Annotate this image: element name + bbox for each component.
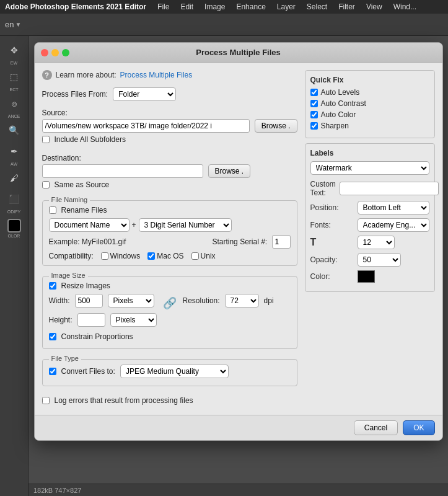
- wh-inputs: Width: Pixels Percent Inches cm: [49, 294, 157, 329]
- height-unit-select[interactable]: Pixels Percent Inches cm: [110, 313, 157, 327]
- process-multiple-files-dialog: Process Multiple Files ? Learn more abou…: [34, 42, 443, 441]
- serial-number-select[interactable]: 3 Digit Serial Number 1 Digit Serial Num…: [139, 218, 232, 232]
- rename-files-checkbox[interactable]: [49, 206, 56, 214]
- dialog-left-column: ? Learn more about: Process Multiple Fil…: [42, 70, 297, 407]
- auto-levels-label: Auto Levels: [321, 88, 360, 97]
- tool-brush[interactable]: 🖌: [5, 169, 24, 187]
- file-type-group: File Type Convert Files to: JPEG Medium …: [42, 359, 297, 386]
- tool-draw-label: AW: [11, 162, 17, 166]
- starting-serial-input[interactable]: [272, 235, 291, 249]
- menu-edit[interactable]: Edit: [175, 0, 198, 14]
- unix-checkbox[interactable]: [191, 252, 199, 260]
- width-unit-select[interactable]: Pixels Percent Inches cm: [108, 294, 154, 308]
- help-row: ? Learn more about: Process Multiple Fil…: [42, 70, 297, 80]
- auto-levels-item: Auto Levels: [310, 88, 429, 97]
- quick-fix-title: Quick Fix: [310, 76, 429, 84]
- maximize-button[interactable]: [62, 49, 69, 56]
- tool-modify-label: ODIFY: [7, 210, 20, 214]
- opacity-row: Opacity: 25 50 75 100: [310, 253, 429, 267]
- minimize-button[interactable]: [51, 49, 59, 56]
- watermark-select[interactable]: Watermark None Copyright: [310, 161, 429, 175]
- resize-images-label: Resize Images: [61, 281, 110, 290]
- log-errors-row: Log errors that result from processing f…: [42, 396, 297, 405]
- tool-zoom[interactable]: 🔍: [5, 121, 24, 140]
- resolution-unit-label: dpi: [264, 296, 274, 305]
- convert-files-select[interactable]: JPEG Medium Quality JPEG Low Quality JPE…: [120, 365, 229, 378]
- color-swatch[interactable]: [358, 270, 375, 283]
- sharpen-label: Sharpen: [321, 122, 349, 130]
- source-section: Source: Browse . Include All Subfolders: [42, 108, 297, 146]
- naming-dropdowns-row: Document Name filename FILENAME + 3 Digi…: [49, 218, 291, 232]
- constrain-row: Constrain Proportions: [49, 332, 291, 341]
- source-browse-button[interactable]: Browse .: [255, 119, 297, 133]
- dialog-title: Process Multiple Files: [196, 48, 281, 57]
- menu-layer[interactable]: Layer: [272, 0, 301, 14]
- doc-name-select[interactable]: Document Name filename FILENAME: [49, 218, 130, 232]
- destination-browse-button[interactable]: Browse .: [208, 164, 251, 178]
- windows-option: Windows: [101, 252, 141, 260]
- tool-lasso[interactable]: ⌾: [5, 94, 24, 113]
- source-input[interactable]: [42, 119, 250, 133]
- help-link[interactable]: Process Multiple Files: [120, 71, 193, 79]
- menu-enhance[interactable]: Enhance: [231, 0, 270, 14]
- constrain-proportions-checkbox[interactable]: [49, 333, 56, 340]
- include-subfolders-checkbox[interactable]: [42, 136, 50, 143]
- convert-files-checkbox[interactable]: [49, 368, 56, 375]
- macos-option: Mac OS: [147, 252, 183, 260]
- resize-images-checkbox[interactable]: [49, 282, 56, 290]
- constrain-label: Constrain Proportions: [61, 332, 133, 341]
- log-errors-checkbox[interactable]: [42, 397, 50, 404]
- fonts-select[interactable]: Academy Eng... Arial Helvetica: [358, 218, 429, 232]
- resolution-label: Resolution:: [183, 296, 220, 305]
- ok-button[interactable]: OK: [403, 420, 434, 435]
- link-proportions-icon[interactable]: 🔗: [163, 294, 177, 310]
- process-files-from-select[interactable]: Folder Files Opened Files Import: [113, 87, 176, 101]
- height-input[interactable]: [77, 313, 105, 327]
- help-icon[interactable]: ?: [42, 70, 52, 80]
- windows-checkbox[interactable]: [101, 252, 108, 260]
- position-select[interactable]: Bottom Left Bottom Right Top Left Top Ri…: [358, 201, 429, 215]
- menu-filter[interactable]: Filter: [333, 0, 360, 14]
- tool-eyedropper[interactable]: ✒: [5, 142, 24, 161]
- labels-section: Labels Watermark None Copyright Custom T…: [305, 143, 435, 292]
- macos-checkbox[interactable]: [147, 252, 155, 260]
- unix-option: Unix: [191, 252, 216, 260]
- sharpen-checkbox[interactable]: [310, 122, 318, 130]
- menu-image[interactable]: Image: [200, 0, 230, 14]
- same-as-source-row: Same as Source: [42, 180, 297, 189]
- same-as-source-checkbox[interactable]: [42, 181, 50, 188]
- main-area: Process Multiple Files ? Learn more abou…: [29, 36, 448, 484]
- auto-levels-checkbox[interactable]: [310, 89, 318, 96]
- menu-file[interactable]: File: [152, 0, 174, 14]
- tool-stamp[interactable]: ⬛: [5, 190, 24, 208]
- same-as-source-label: Same as Source: [55, 180, 110, 189]
- opacity-select[interactable]: 25 50 75 100: [358, 253, 401, 267]
- cancel-button[interactable]: Cancel: [354, 420, 398, 435]
- color-row: Color:: [310, 270, 429, 283]
- opacity-label: Opacity:: [310, 255, 354, 264]
- close-button[interactable]: [41, 49, 48, 56]
- auto-contrast-checkbox[interactable]: [310, 100, 318, 107]
- labels-title: Labels: [310, 149, 429, 157]
- menu-view[interactable]: View: [361, 0, 387, 14]
- convert-files-label: Convert Files to:: [61, 367, 115, 376]
- traffic-lights: [41, 49, 69, 56]
- tool-move[interactable]: ✥: [5, 41, 24, 60]
- fonts-row: Fonts: Academy Eng... Arial Helvetica: [310, 218, 429, 232]
- destination-input[interactable]: [42, 164, 203, 178]
- width-input[interactable]: [75, 294, 103, 308]
- dialog-title-bar: Process Multiple Files: [35, 43, 442, 63]
- toolbar-mode-dropdown[interactable]: ▼: [15, 21, 21, 28]
- auto-color-checkbox[interactable]: [310, 111, 318, 118]
- font-size-select[interactable]: 8 10 12 14 16 18 24: [358, 236, 395, 249]
- font-size-t-icon: T: [310, 237, 354, 248]
- rename-files-label: Rename Files: [61, 206, 107, 215]
- custom-text-label: Custom Text:: [310, 180, 336, 197]
- tool-color[interactable]: [7, 219, 21, 232]
- menu-select[interactable]: Select: [302, 0, 332, 14]
- resolution-select[interactable]: 72 96 150 300: [225, 294, 259, 308]
- tool-select-rect[interactable]: ⬚: [5, 68, 24, 86]
- rename-files-row: Rename Files: [49, 206, 291, 215]
- custom-text-input[interactable]: [340, 182, 439, 195]
- menu-window[interactable]: Wind...: [389, 0, 421, 14]
